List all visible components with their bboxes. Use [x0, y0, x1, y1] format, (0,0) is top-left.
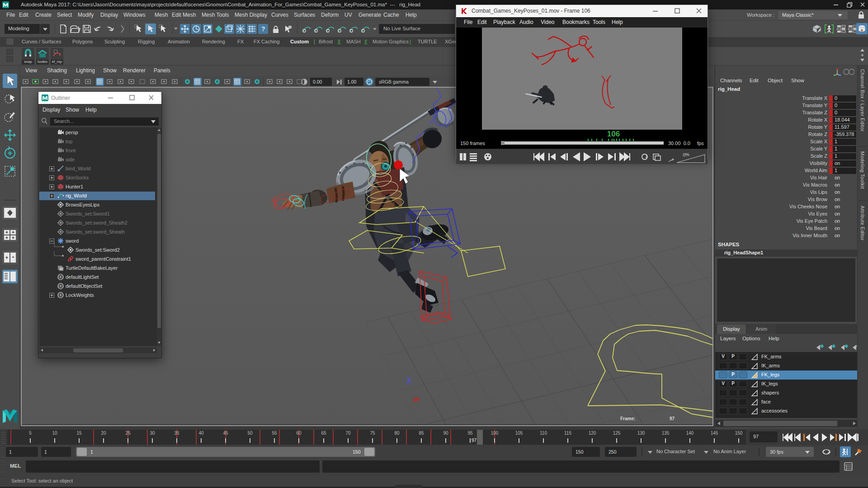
svg-text:?: ?: [261, 25, 265, 33]
svg-text:0%: 0%: [683, 152, 690, 158]
